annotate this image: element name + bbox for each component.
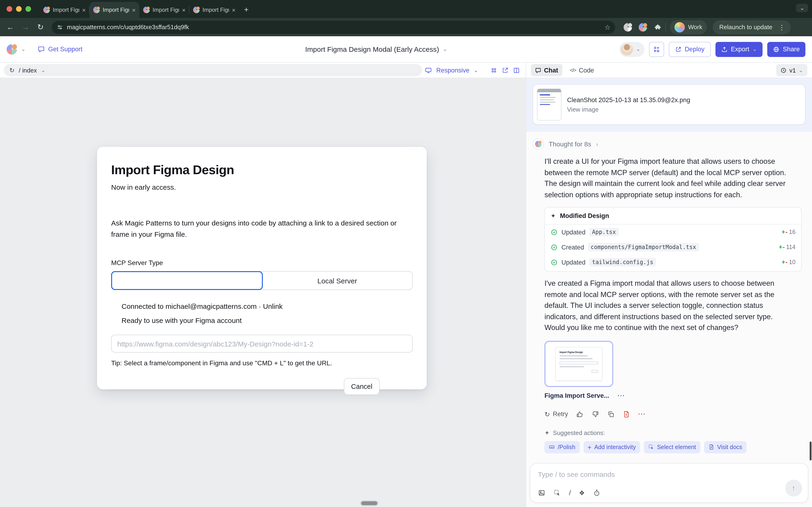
document-button[interactable]: [622, 410, 630, 418]
preview-path-chevron-icon[interactable]: ⌄: [41, 67, 45, 73]
profile-label: Work: [688, 23, 702, 31]
select-element-button[interactable]: [553, 489, 561, 496]
window-minimize-button[interactable]: [16, 6, 22, 12]
magicpatterns-logo[interactable]: [7, 44, 17, 54]
split-view-button[interactable]: [513, 67, 520, 74]
thumbs-down-button[interactable]: [592, 410, 599, 418]
export-button[interactable]: Export ⌄: [715, 42, 763, 57]
action-select-element-button[interactable]: Select element: [644, 441, 700, 453]
action-label: Select element: [657, 444, 696, 450]
browser-tab-3[interactable]: Import Figma Design Modal ( ×: [140, 2, 190, 18]
attachment-thumbnail: [537, 89, 561, 120]
file-change-row[interactable]: Created components/FigmaImportModal.tsx …: [545, 240, 801, 255]
thought-row[interactable]: Thought for 8s ›: [533, 138, 805, 150]
diff-count: +-10: [781, 259, 796, 266]
project-title[interactable]: Import Figma Design Modal (Early Access)…: [305, 45, 447, 53]
code-tab-icon: </>: [570, 67, 576, 73]
preview-reload-icon[interactable]: ↻: [9, 67, 15, 74]
copy-button[interactable]: [607, 410, 615, 418]
extension-magicpatterns-gray-icon[interactable]: [624, 23, 632, 31]
address-bar[interactable]: magicpatterns.com/c/uqptd6txe3sffar51dq9…: [52, 20, 615, 34]
browser-profile-chip[interactable]: Work: [670, 20, 707, 34]
magicpatterns-favicon: [43, 7, 50, 13]
theme-grid-button[interactable]: [490, 67, 497, 74]
chat-scroll-area: CleanShot 2025-10-13 at 15.35.09@2x.png …: [526, 78, 812, 458]
components-button[interactable]: [649, 42, 664, 57]
more-actions-icon[interactable]: ···: [638, 410, 646, 417]
diff-count: +-16: [781, 229, 796, 235]
user-avatar-menu[interactable]: ⌄: [619, 42, 644, 57]
extension-magicpatterns-icon[interactable]: [639, 23, 647, 31]
preview-path-text: / index: [19, 67, 37, 74]
responsive-dropdown[interactable]: Responsive: [436, 67, 469, 74]
browser-tab-4[interactable]: Import Figma Design modal | ×: [190, 2, 239, 18]
chat-input[interactable]: Type / to see commands / ❖ ↑: [530, 463, 808, 503]
figma-url-input[interactable]: https://www.figma.com/design/abc123/My-D…: [111, 335, 413, 353]
cancel-button[interactable]: Cancel: [344, 378, 380, 395]
tab-close-icon[interactable]: ×: [182, 7, 185, 13]
bookmark-star-icon[interactable]: ☆: [604, 23, 610, 31]
action-add-interactivity-button[interactable]: + Add interactivity: [583, 441, 640, 453]
thought-label: Thought for 8s: [549, 140, 591, 148]
extensions-puzzle-icon[interactable]: [654, 23, 662, 31]
browser-tab-1[interactable]: Import Figma Design modal | ×: [40, 2, 90, 18]
attach-image-button[interactable]: [538, 489, 545, 496]
retry-button[interactable]: ↻ Retry: [544, 410, 568, 418]
code-tab-label: Code: [579, 67, 594, 74]
get-support-link[interactable]: Get Support: [38, 46, 83, 53]
attachment-card[interactable]: CleanShot 2025-10-13 at 15.35.09@2x.png …: [533, 84, 805, 125]
local-server-button[interactable]: Local Server: [262, 272, 412, 289]
chat-input-placeholder: Type / to see commands: [538, 470, 800, 478]
action-visit-docs-button[interactable]: Visit docs: [704, 441, 747, 453]
file-name-chip: App.tsx: [589, 228, 619, 236]
window-close-button[interactable]: [7, 6, 12, 12]
browser-toolbar: ← → ↻ magicpatterns.com/c/uqptd6txe3sffa…: [0, 18, 812, 36]
connection-status-line[interactable]: Connected to michael@magicpatterns.com ·…: [111, 302, 413, 310]
preview-path-bar[interactable]: ↻ / index ⌄: [4, 64, 422, 76]
artifact-more-icon[interactable]: ···: [618, 392, 625, 399]
design-artifact-card[interactable]: Import Figma Design: [544, 341, 613, 387]
check-circle-icon: [551, 244, 558, 251]
components-diamond-button[interactable]: ❖: [579, 489, 585, 496]
timer-button[interactable]: [593, 489, 600, 496]
monitor-icon: [425, 67, 432, 74]
artifact-name[interactable]: Figma Import Serve...: [544, 392, 609, 399]
forward-button[interactable]: →: [19, 20, 32, 34]
tab-chat[interactable]: Chat: [531, 64, 562, 76]
chat-input-toolbar: / ❖: [538, 489, 600, 497]
file-change-row[interactable]: Updated tailwind.config.js +-10: [545, 255, 801, 271]
new-tab-button[interactable]: +: [239, 2, 254, 18]
vertical-scrollbar-thumb[interactable]: [810, 442, 812, 460]
tab-close-icon[interactable]: ×: [132, 7, 136, 13]
reload-button[interactable]: ↻: [34, 20, 47, 34]
export-icon: [721, 46, 727, 53]
relaunch-to-update-button[interactable]: Relaunch to update ⋮: [713, 20, 791, 34]
thought-expand-icon[interactable]: ›: [596, 140, 598, 148]
open-in-new-tab-button[interactable]: [502, 67, 509, 74]
browser-menu-kebab-icon[interactable]: ⋮: [776, 23, 788, 31]
file-change-row[interactable]: Updated App.tsx +-16: [545, 225, 801, 240]
window-zoom-button[interactable]: [25, 6, 31, 12]
site-settings-icon[interactable]: [57, 24, 63, 31]
send-button[interactable]: ↑: [785, 480, 802, 497]
modified-design-card: ✦ Modified Design Updated App.tsx +-16: [544, 207, 802, 272]
remote-server-button-selected[interactable]: [111, 271, 263, 290]
version-selector[interactable]: v1 ⌄: [776, 64, 807, 76]
back-button[interactable]: ←: [4, 20, 17, 34]
view-image-link[interactable]: View image: [567, 106, 690, 113]
slash-command-button[interactable]: /: [569, 489, 571, 497]
thumbs-up-button[interactable]: [576, 410, 584, 418]
share-button[interactable]: Share: [767, 42, 805, 57]
tab-search-chevron-icon[interactable]: ⌄: [796, 4, 808, 12]
panel-header: Chat </> Code v1 ⌄: [526, 63, 812, 78]
diff-minus: -: [783, 244, 785, 250]
workspace-chevron-icon[interactable]: ⌄: [21, 46, 25, 52]
browser-tab-2-active[interactable]: Import Figma Design Modal (E ×: [90, 2, 140, 18]
deploy-button[interactable]: Deploy: [668, 42, 710, 57]
tab-code[interactable]: </> Code: [570, 67, 594, 74]
tab-close-icon[interactable]: ×: [82, 7, 86, 13]
browser-tab-bar: Import Figma Design modal | × Import Fig…: [0, 0, 812, 18]
tab-close-icon[interactable]: ×: [232, 7, 235, 13]
action-polish-button[interactable]: /Polish: [544, 441, 580, 453]
horizontal-scrollbar-thumb[interactable]: [361, 501, 377, 505]
